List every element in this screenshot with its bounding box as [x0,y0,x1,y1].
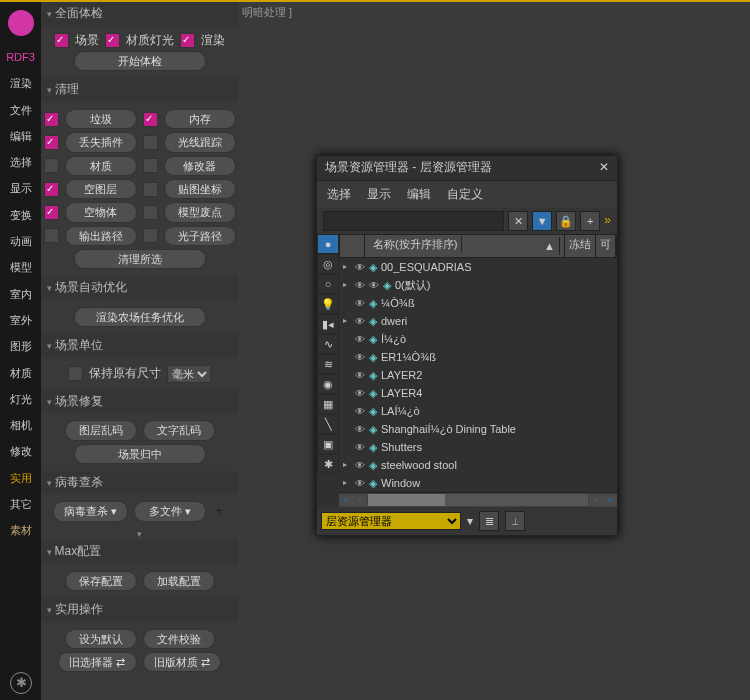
sect-opt[interactable]: 场景自动优化 [41,276,238,300]
layer-row[interactable]: 👁◈Í¼¿ò [339,330,617,348]
file-check-button[interactable]: 文件校验 [143,629,215,649]
fix-text-button[interactable]: 文字乱码 [143,420,215,440]
cat-15[interactable]: 实用 [0,465,41,491]
clean-btn[interactable]: 光子路径 [164,226,236,246]
sect-util[interactable]: 实用操作 [41,598,238,622]
sect-virus[interactable]: 病毒查杀 [41,471,238,495]
cb[interactable] [44,228,59,243]
type-filters[interactable]: ●◎○💡▮◂∿≋◉▦╲▣✱ [317,234,339,507]
layer-row[interactable]: ▸👁◈00_ESQUADRIAS [339,258,617,276]
clean-btn[interactable]: 空图层 [65,179,137,199]
h-scrollbar[interactable]: «‹›» [339,492,617,507]
start-checkup-button[interactable]: 开始体检 [74,51,206,71]
clean-btn[interactable]: 丢失插件 [65,132,137,152]
pin-icon[interactable]: ⟂ [505,511,525,531]
clean-btn[interactable]: 输出路径 [65,226,137,246]
close-icon[interactable]: ✕ [599,160,609,176]
add-icon[interactable]: + [580,211,600,231]
clean-btn[interactable]: 修改器 [164,156,236,176]
plus-icon[interactable]: + [212,504,226,520]
cb[interactable] [143,205,158,220]
cb[interactable] [143,112,158,127]
cat-9[interactable]: 室外 [0,307,41,333]
more-icon[interactable]: » [604,213,611,229]
clean-selected-button[interactable]: 清理所选 [74,249,206,269]
clean-btn[interactable]: 光线跟踪 [164,132,236,152]
layers-icon[interactable]: ≣ [479,511,499,531]
cat-2[interactable]: 编辑 [0,123,41,149]
clean-btn[interactable]: 空物体 [65,202,137,222]
menu-select[interactable]: 选择 [327,187,351,203]
clean-btn[interactable]: 模型废点 [164,202,236,222]
cat-13[interactable]: 相机 [0,412,41,438]
sect-max[interactable]: Max配置 [41,540,238,564]
cb[interactable] [143,228,158,243]
cb[interactable] [44,182,59,197]
cb[interactable] [143,182,158,197]
cb-scene[interactable] [54,33,69,48]
cat-16[interactable]: 其它 [0,491,41,517]
clean-btn[interactable]: 贴图坐标 [164,179,236,199]
layer-row[interactable]: 👁◈LAYER4 [339,384,617,402]
cat-7[interactable]: 模型 [0,254,41,280]
cb[interactable] [44,158,59,173]
cat-4[interactable]: 显示 [0,175,41,201]
explorer-select[interactable]: 层资源管理器 [321,512,461,530]
menu-custom[interactable]: 自定义 [447,187,483,203]
clear-icon[interactable]: ✕ [508,211,528,231]
clean-btn[interactable]: 材质 [65,156,137,176]
col-vis[interactable]: 可 [596,235,616,257]
layer-row[interactable]: 👁◈Shutters [339,438,617,456]
layer-row[interactable]: ▸👁◈steelwood stool [339,456,617,474]
layer-row[interactable]: ▸👁◈Window [339,474,617,492]
cb[interactable] [44,112,59,127]
cat-5[interactable]: 变换 [0,202,41,228]
sect-clean[interactable]: 清理 [41,78,238,102]
cat-17[interactable]: 素材 [0,517,41,543]
clean-btn[interactable]: 垃圾 [65,109,137,129]
cb-mtl[interactable] [105,33,120,48]
cat-1[interactable]: 文件 [0,97,41,123]
cb-keep-size[interactable] [68,366,83,381]
load-cfg-button[interactable]: 加载配置 [143,571,215,591]
lock-icon[interactable]: 🔒 [556,211,576,231]
layer-row[interactable]: 👁◈¼Ò¾ß [339,294,617,312]
menu-display[interactable]: 显示 [367,187,391,203]
cat-8[interactable]: 室内 [0,281,41,307]
set-default-button[interactable]: 设为默认 [65,629,137,649]
clean-btn[interactable]: 内存 [164,109,236,129]
layer-row[interactable]: 👁◈ShanghaiÍ¼¿ò Dining Table [339,420,617,438]
unit-select[interactable]: 毫米 [167,365,211,383]
cat-0[interactable]: 渲染 [0,70,41,96]
cat-12[interactable]: 灯光 [0,386,41,412]
layer-row[interactable]: 👁◈LAÍ¼¿ò [339,402,617,420]
layer-row[interactable]: ▸👁◈dweri [339,312,617,330]
cat-6[interactable]: 动画 [0,228,41,254]
menu-edit[interactable]: 编辑 [407,187,431,203]
sect-units[interactable]: 场景单位 [41,334,238,358]
layer-row[interactable]: 👁◈ER1¼Ò¾ß [339,348,617,366]
cb[interactable] [143,135,158,150]
fix-layer-button[interactable]: 图层乱码 [65,420,137,440]
layer-row[interactable]: 👁◈LAYER2 [339,366,617,384]
cb[interactable] [44,135,59,150]
col-name[interactable]: 名称(按升序排序) ▲ [365,235,565,257]
multi-file-button[interactable]: 多文件 ▾ [134,501,206,521]
dropdown-icon[interactable]: ▾ [467,514,473,530]
cat-3[interactable]: 选择 [0,149,41,175]
col-frozen[interactable]: 冻结 [565,235,596,257]
old-mtl-button[interactable]: 旧版材质 ⇄ [143,652,221,672]
cb[interactable] [143,158,158,173]
cb-render[interactable] [180,33,195,48]
filter-icon[interactable]: ▼ [532,211,552,231]
scan-button[interactable]: 病毒查杀 ▾ [53,501,128,521]
cat-11[interactable]: 材质 [0,360,41,386]
farm-opt-button[interactable]: 渲染农场任务优化 [74,307,206,327]
layer-row[interactable]: ▸👁👁◈0(默认) [339,276,617,294]
cat-14[interactable]: 修改 [0,438,41,464]
cat-10[interactable]: 图形 [0,333,41,359]
old-sel-button[interactable]: 旧选择器 ⇄ [58,652,136,672]
center-scene-button[interactable]: 场景归中 [74,444,206,464]
cb[interactable] [44,205,59,220]
sect-repair[interactable]: 场景修复 [41,390,238,414]
